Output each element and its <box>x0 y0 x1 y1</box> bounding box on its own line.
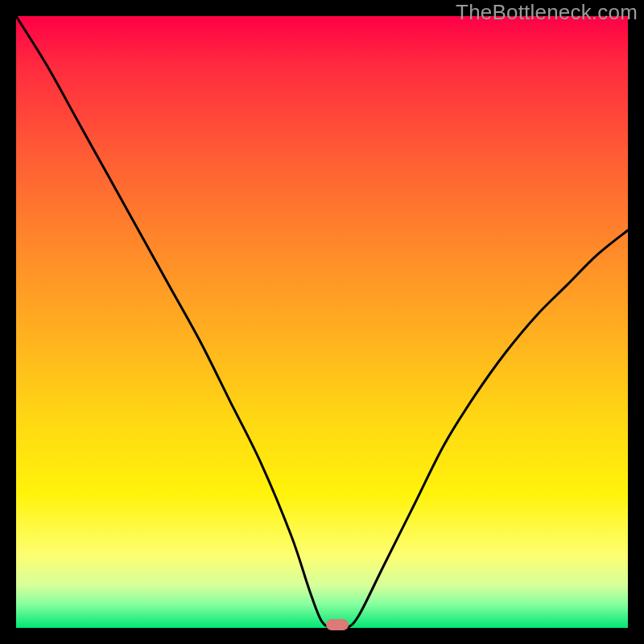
watermark-text: TheBottleneck.com <box>456 0 638 25</box>
optimal-point-marker <box>326 619 349 630</box>
plot-area <box>16 16 628 628</box>
chart-frame: TheBottleneck.com <box>0 0 644 644</box>
bottleneck-curve <box>16 16 628 628</box>
